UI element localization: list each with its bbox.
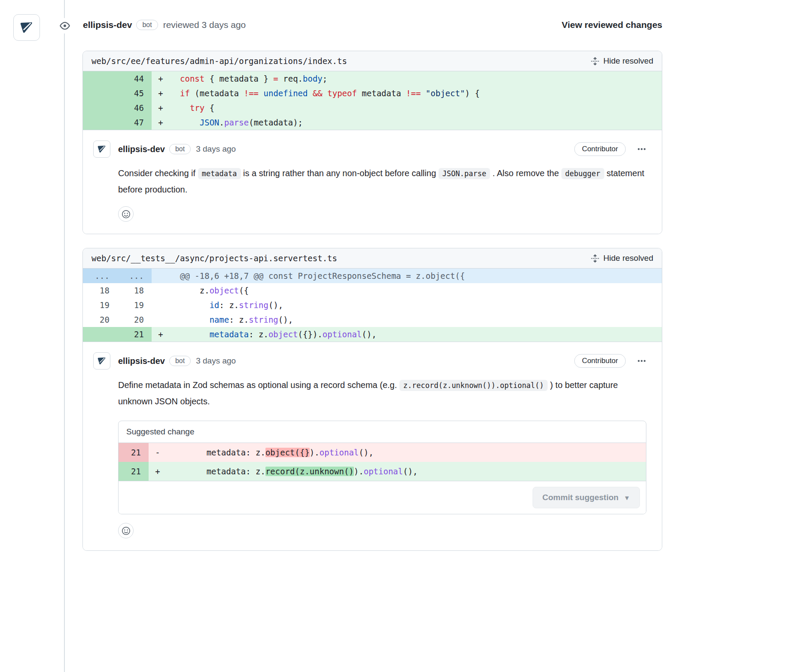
line-number-old[interactable] bbox=[83, 115, 117, 130]
line-number-old[interactable] bbox=[83, 71, 117, 86]
diff-sign: - bbox=[149, 443, 167, 462]
comment-body-text: Consider checking if metadata is a strin… bbox=[118, 165, 646, 198]
diff-code-line: JSON.parse(metadata); bbox=[170, 115, 662, 130]
smiley-icon bbox=[122, 210, 131, 219]
diff-code-line: metadata: z.object({}).optional(), bbox=[170, 327, 662, 342]
hide-resolved-button[interactable]: Hide resolved bbox=[591, 56, 653, 66]
suggestion-diff: 21- metadata: z.object({}).optional(),21… bbox=[119, 443, 646, 481]
kebab-icon bbox=[637, 356, 646, 366]
comment-author-link[interactable]: ellipsis-dev bbox=[118, 356, 165, 366]
suggestion-footer: Commit suggestion ▼ bbox=[119, 481, 646, 514]
bot-badge: bot bbox=[136, 20, 158, 30]
contributor-badge: Contributor bbox=[574, 354, 626, 368]
diff-code-line: @@ -18,6 +18,7 @@ const ProjectResponseS… bbox=[170, 269, 662, 283]
diff-view: 44+const { metadata } = req.body;45+if (… bbox=[83, 71, 662, 130]
review-thread-card-1: web/src/ee/features/admin-api/organizati… bbox=[82, 51, 662, 234]
line-number-old[interactable]: ... bbox=[83, 269, 117, 283]
unfold-icon bbox=[591, 254, 600, 263]
file-path-link[interactable]: web/src/__tests__/async/projects-api.ser… bbox=[91, 254, 337, 263]
add-reaction-button[interactable] bbox=[118, 206, 134, 222]
diff-row: 47+ JSON.parse(metadata); bbox=[83, 115, 662, 130]
review-thread-card-2: web/src/__tests__/async/projects-api.ser… bbox=[82, 248, 662, 551]
review-marker bbox=[57, 18, 73, 34]
line-number-new[interactable]: 46 bbox=[117, 101, 152, 115]
diff-code-line: metadata: z.record(z.unknown()).optional… bbox=[167, 462, 646, 481]
line-number-old[interactable] bbox=[83, 327, 117, 342]
inline-code: debugger bbox=[561, 168, 604, 179]
inline-code: z.record(z.unknown()).optional() bbox=[399, 380, 548, 391]
diff-code-line: try { bbox=[170, 101, 662, 115]
commit-suggestion-label: Commit suggestion bbox=[542, 493, 618, 502]
diff-view: ......@@ -18,6 +18,7 @@ const ProjectRes… bbox=[83, 269, 662, 342]
diff-row: 1919 id: z.string(), bbox=[83, 298, 662, 312]
line-number-old[interactable]: 21 bbox=[119, 462, 149, 481]
contributor-badge: Contributor bbox=[574, 142, 626, 156]
review-header-row: ellipsis-dev bot reviewed 3 days ago Vie… bbox=[83, 20, 662, 30]
diff-code-line: id: z.string(), bbox=[170, 298, 662, 312]
diff-sign bbox=[152, 298, 170, 312]
add-reaction-button[interactable] bbox=[118, 523, 134, 538]
diff-sign bbox=[152, 283, 170, 298]
inline-code: metadata bbox=[198, 168, 241, 179]
diff-row: 2020 name: z.string(), bbox=[83, 312, 662, 327]
line-number-new[interactable]: 44 bbox=[117, 71, 152, 86]
line-number-new[interactable]: 19 bbox=[117, 298, 152, 312]
pull-request-review-timeline: ellipsis-dev bot reviewed 3 days ago Vie… bbox=[0, 0, 798, 672]
line-number-new[interactable]: 47 bbox=[117, 115, 152, 130]
file-path-link[interactable]: web/src/ee/features/admin-api/organizati… bbox=[91, 56, 347, 66]
bot-badge: bot bbox=[169, 356, 191, 366]
comment-header: ellipsis-dev bot 3 days ago Contributor bbox=[93, 352, 646, 370]
hide-resolved-button[interactable]: Hide resolved bbox=[591, 254, 653, 263]
line-number-old[interactable]: 21 bbox=[119, 443, 149, 462]
line-number-new[interactable]: ... bbox=[117, 269, 152, 283]
line-number-old[interactable] bbox=[83, 101, 117, 115]
ellipsis-logo-icon bbox=[96, 355, 107, 367]
diff-sign: + bbox=[152, 71, 170, 86]
line-number-old[interactable]: 19 bbox=[83, 298, 117, 312]
diff-code-line: metadata: z.object({}).optional(), bbox=[167, 443, 646, 462]
hide-resolved-label: Hide resolved bbox=[603, 254, 653, 263]
line-number-new[interactable]: 21 bbox=[117, 327, 152, 342]
comment-menu-button[interactable] bbox=[637, 144, 646, 154]
diff-row: ......@@ -18,6 +18,7 @@ const ProjectRes… bbox=[83, 269, 662, 283]
commit-suggestion-button[interactable]: Commit suggestion ▼ bbox=[533, 487, 640, 508]
diff-code-line: const { metadata } = req.body; bbox=[170, 71, 662, 86]
diff-sign: + bbox=[149, 462, 167, 481]
line-number-old[interactable]: 20 bbox=[83, 312, 117, 327]
comment-menu-button[interactable] bbox=[637, 356, 646, 366]
comment-body-text: Define metadata in Zod schemas as option… bbox=[118, 377, 646, 409]
diff-row: 45+if (metadata !== undefined && typeof … bbox=[83, 86, 662, 101]
suggestion-title: Suggested change bbox=[119, 421, 646, 443]
review-action-text: reviewed 3 days ago bbox=[163, 20, 246, 30]
file-header: web/src/ee/features/admin-api/organizati… bbox=[83, 51, 662, 71]
comment-timestamp-link[interactable]: 3 days ago bbox=[196, 144, 236, 154]
diff-row: 21+ metadata: z.object({}).optional(), bbox=[83, 327, 662, 342]
line-number-new[interactable]: 45 bbox=[117, 86, 152, 101]
diff-sign: + bbox=[152, 327, 170, 342]
line-number-new[interactable]: 20 bbox=[117, 312, 152, 327]
diff-row: 1818 z.object({ bbox=[83, 283, 662, 298]
eye-icon bbox=[60, 21, 70, 31]
line-number-old[interactable] bbox=[83, 86, 117, 101]
line-number-old[interactable]: 18 bbox=[83, 283, 117, 298]
diff-sign: + bbox=[152, 86, 170, 101]
comment-timestamp-link[interactable]: 3 days ago bbox=[196, 356, 236, 366]
reviewer-name-link[interactable]: ellipsis-dev bbox=[83, 20, 132, 30]
reviewer-avatar[interactable] bbox=[13, 14, 40, 41]
comment-author-link[interactable]: ellipsis-dev bbox=[118, 144, 165, 154]
diff-row: 44+const { metadata } = req.body; bbox=[83, 71, 662, 86]
comment-header: ellipsis-dev bot 3 days ago Contributor bbox=[93, 141, 646, 158]
kebab-icon bbox=[637, 144, 646, 154]
diff-code-line: if (metadata !== undefined && typeof met… bbox=[170, 86, 662, 101]
comment-avatar[interactable] bbox=[93, 352, 110, 370]
diff-row: 21- metadata: z.object({}).optional(), bbox=[119, 443, 646, 462]
comment-avatar[interactable] bbox=[93, 141, 110, 158]
line-number-new[interactable]: 18 bbox=[117, 283, 152, 298]
file-header: web/src/__tests__/async/projects-api.ser… bbox=[83, 248, 662, 269]
inline-code: JSON.parse bbox=[439, 168, 490, 179]
diff-sign: + bbox=[152, 101, 170, 115]
review-comment: ellipsis-dev bot 3 days ago Contributor … bbox=[83, 342, 662, 550]
diff-row: 46+ try { bbox=[83, 101, 662, 115]
view-reviewed-changes-link[interactable]: View reviewed changes bbox=[562, 20, 662, 30]
suggested-change-block: Suggested change 21- metadata: z.object(… bbox=[118, 421, 646, 514]
